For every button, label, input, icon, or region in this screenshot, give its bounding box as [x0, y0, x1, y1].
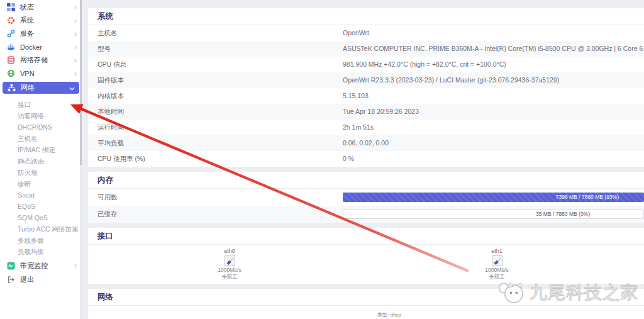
- sidebar-item-label: Docker: [20, 43, 74, 51]
- progressbar-label: 35 MB / 7880 MB (0%): [536, 210, 590, 218]
- sidebar-item-firewall[interactable]: 防火墙: [0, 167, 82, 178]
- sidebar: 状态 › 系统 › 服务 › Docker › 网络存储 › VPN ›: [0, 0, 82, 319]
- interfaces-card: 接口 eth0 1000Mb/s 全双工 eth1 1000Mb/s 全双工: [88, 228, 644, 284]
- sidebar-item-turbo-acc[interactable]: Turbo ACC 网络加速: [0, 223, 82, 235]
- sidebar-item-status[interactable]: 状态 ›: [0, 1, 82, 14]
- system-row-uptime: 运行时间2h 1m 51s: [88, 120, 644, 135]
- chevron-right-icon: ›: [74, 70, 77, 77]
- system-row-firmware: 固件版本OpenWrt R23.3.3 (2023-03-23) / LuCI …: [88, 72, 644, 88]
- section-title-system: 系统: [88, 8, 644, 25]
- interface-eth0[interactable]: eth0 1000Mb/s 全双工: [204, 248, 255, 281]
- memory-cached-progressbar: 35 MB / 7880 MB (0%): [343, 210, 644, 219]
- section-title-network: 网络: [88, 289, 644, 306]
- sidebar-item-network-storage[interactable]: 网络存储 ›: [0, 53, 82, 67]
- sidebar-item-network[interactable]: 网络: [3, 82, 79, 94]
- system-row-model: 型号ASUSTeK COMPUTER INC. PRIME B360M-A - …: [88, 41, 644, 57]
- sidebar-scrollbar-thumb[interactable]: [80, 0, 82, 165]
- whale-icon: [6, 43, 15, 52]
- sidebar-item-socat[interactable]: Socat: [0, 189, 82, 201]
- sidebar-item-diagnostics[interactable]: 诊断: [0, 178, 82, 189]
- link-icon: [6, 30, 15, 38]
- sidebar-item-label: 带宽监控: [20, 261, 74, 271]
- sidebar-item-label: 状态: [20, 3, 74, 12]
- system-row-local-time: 本地时间Tue Apr 18 20:59:26 2023: [88, 104, 644, 120]
- sidebar-item-eqos[interactable]: EQoS: [0, 201, 82, 212]
- interface-eth1[interactable]: eth1 1000Mb/s 全双工: [472, 248, 522, 281]
- chevron-right-icon: ›: [74, 43, 77, 51]
- sidebar-item-interfaces[interactable]: 接口: [0, 99, 82, 110]
- chevron-right-icon: ›: [74, 17, 77, 25]
- system-card: 系统 主机名OpenWrt 型号ASUSTeK COMPUTER INC. PR…: [88, 8, 644, 167]
- memory-row-cached: 已缓存 35 MB / 7880 MB (0%): [88, 206, 644, 223]
- interfaces-body: eth0 1000Mb/s 全双工 eth1 1000Mb/s 全双工: [88, 245, 644, 284]
- system-row-kernel: 内核版本5.15.103: [88, 88, 644, 104]
- system-row-cpu-usage: CPU 使用率 (%)0 %: [88, 151, 644, 167]
- sidebar-item-docker[interactable]: Docker ›: [0, 40, 82, 53]
- sidebar-item-ip-mac-bind[interactable]: IP/MAC 绑定: [0, 144, 82, 155]
- sidebar-item-logout[interactable]: 退出: [0, 272, 82, 286]
- sidebar-item-label: 网络: [21, 83, 69, 92]
- system-row-cpu-info: CPU 信息981.900 MHz +42.0°C (high = +82.0°…: [88, 57, 644, 72]
- network-card: 网络 类型: dhcp: [88, 289, 644, 319]
- sidebar-item-label: 系统: [20, 16, 74, 25]
- sidebar-item-vpn[interactable]: VPN ›: [0, 67, 82, 80]
- chevron-down-icon: [69, 84, 75, 92]
- memory-available-progressbar: 7396 MB / 7880 MB (93%): [343, 193, 644, 202]
- sidebar-item-dhcp-dns[interactable]: DHCP/DNS: [0, 121, 82, 133]
- progressbar-label: 7396 MB / 7880 MB (93%): [556, 193, 619, 202]
- chevron-right-icon: ›: [74, 4, 77, 11]
- sidebar-item-multiwan-dial[interactable]: 多线多拨: [0, 235, 82, 246]
- section-title-interfaces: 接口: [88, 228, 644, 245]
- system-row-load-average: 平均负载0.06, 0.02, 0.00: [88, 135, 644, 151]
- logout-icon: [6, 275, 15, 284]
- bandwidth-monitor-icon: [6, 261, 15, 270]
- sidebar-item-static-routes[interactable]: 静态路由: [0, 155, 82, 167]
- gear-icon: [6, 16, 15, 25]
- chevron-right-icon: ›: [74, 57, 77, 64]
- memory-card: 内存 可用数 7396 MB / 7880 MB (93%) 已缓存 35 MB…: [88, 172, 644, 223]
- chevron-right-icon: ›: [74, 30, 77, 38]
- memory-row-available: 可用数 7396 MB / 7880 MB (93%): [88, 189, 644, 206]
- network-submenu: 接口 访客网络 DHCP/DNS 主机名 IP/MAC 绑定 静态路由 防火墙 …: [0, 96, 82, 259]
- ethernet-port-icon: [225, 255, 235, 266]
- sidebar-item-guest-network[interactable]: 访客网络: [0, 110, 82, 121]
- globe-icon: [6, 69, 15, 78]
- chevron-right-icon: ›: [74, 262, 77, 269]
- sidebar-item-label: 退出: [20, 275, 77, 284]
- sidebar-item-label: 服务: [20, 29, 74, 38]
- ethernet-port-icon: [492, 255, 502, 266]
- network-partial-text: 类型: dhcp: [377, 311, 401, 318]
- sidebar-item-load-balance[interactable]: 负载均衡: [0, 246, 82, 257]
- sidebar-item-label: VPN: [20, 70, 74, 77]
- sitemap-icon: [7, 84, 16, 92]
- sidebar-item-services[interactable]: 服务 ›: [0, 27, 82, 40]
- network-body: 类型: dhcp: [88, 306, 644, 319]
- sidebar-item-sqm-qos[interactable]: SQM QoS: [0, 212, 82, 223]
- grid-icon: [6, 3, 15, 12]
- section-title-memory: 内存: [88, 172, 644, 189]
- sidebar-item-system[interactable]: 系统 ›: [0, 14, 82, 27]
- database-icon: [6, 56, 15, 65]
- sidebar-item-hostnames[interactable]: 主机名: [0, 133, 82, 144]
- system-row-hostname: 主机名OpenWrt: [88, 25, 644, 41]
- main-content: 系统 主机名OpenWrt 型号ASUSTeK COMPUTER INC. PR…: [88, 0, 644, 319]
- sidebar-item-bandwidth-monitor[interactable]: 带宽监控 ›: [0, 259, 82, 272]
- sidebar-item-label: 网络存储: [20, 55, 74, 65]
